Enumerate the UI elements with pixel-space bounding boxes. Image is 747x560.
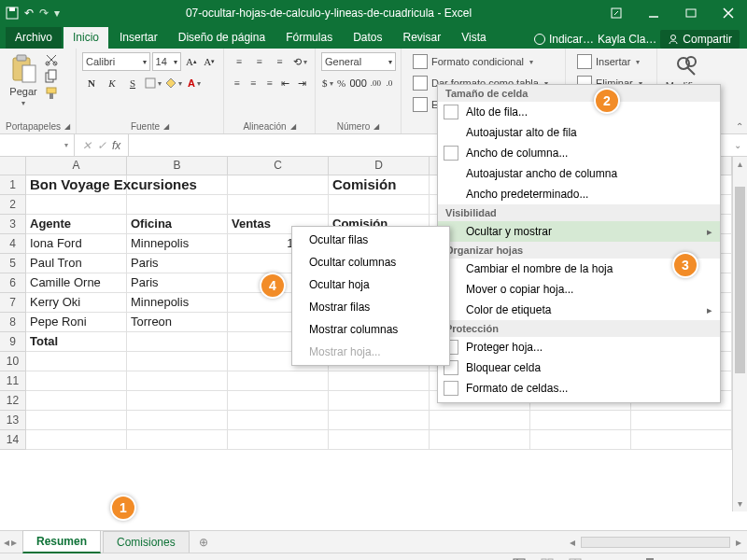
tab-scroll-first-icon[interactable]: ◂ [4,536,9,549]
row-header[interactable]: 9 [0,332,26,352]
horizontal-scrollbar[interactable] [581,537,730,548]
tab-file[interactable]: Archivo [6,27,62,49]
col-header[interactable]: A [26,157,127,175]
ribbon-options-icon[interactable] [598,0,635,26]
tab-data[interactable]: Datos [344,27,391,49]
user-name[interactable]: Kayla Cla… [598,33,656,46]
increase-font-icon[interactable]: A▴ [183,52,199,71]
tab-scroll-last-icon[interactable]: ▸ [11,536,17,549]
menu-tab-color[interactable]: Color de etiqueta [438,300,720,320]
border-button[interactable] [144,74,162,92]
indent-dec-icon[interactable]: ⇤ [278,74,292,92]
indent-inc-icon[interactable]: ⇥ [295,74,309,92]
normal-view-icon[interactable] [510,556,529,561]
tab-page-layout[interactable]: Diseño de página [169,27,275,49]
decrease-font-icon[interactable]: A▾ [202,52,218,71]
align-center-icon[interactable]: ≡ [246,74,260,92]
row-header[interactable]: 12 [0,391,26,411]
align-bottom-icon[interactable]: ≡ [271,52,289,71]
cell[interactable]: Iona Ford [26,234,127,254]
row-header[interactable]: 14 [0,430,26,450]
align-middle-icon[interactable]: ≡ [250,52,269,71]
sheet-tab-comisiones[interactable]: Comisiones [103,531,190,553]
collapse-ribbon-icon[interactable]: ⌃ [736,121,743,132]
new-sheet-button[interactable]: ⊕ [190,532,218,553]
underline-button[interactable]: S [123,74,142,92]
col-header[interactable]: D [329,157,430,175]
fx-icon[interactable]: fx [112,139,120,152]
undo-icon[interactable]: ↶ [24,7,34,20]
col-header[interactable]: C [228,157,329,175]
menu-hide-unhide[interactable]: Ocultar y mostrar [438,221,720,242]
row-header[interactable]: 7 [0,293,26,313]
number-format-combo[interactable]: General▾ [321,52,396,71]
col-header[interactable]: B [127,157,228,175]
tab-formulas[interactable]: Fórmulas [276,27,342,49]
row-header[interactable]: 1 [0,175,26,195]
italic-button[interactable]: K [103,74,121,92]
font-name-combo[interactable]: Calibri▾ [82,52,150,71]
page-layout-view-icon[interactable] [538,556,557,561]
row-header[interactable]: 13 [0,411,26,430]
submenu-hide-columns[interactable]: Ocultar columnas [292,251,449,273]
cell[interactable]: Paul Tron [26,254,127,273]
tab-view[interactable]: Vista [452,27,495,49]
close-button[interactable] [710,0,747,26]
fill-color-button[interactable] [164,74,183,92]
cell[interactable]: Torreon [127,313,228,332]
vertical-scrollbar[interactable]: ▴ ▾ [732,157,747,511]
hscroll-right-icon[interactable]: ▸ [730,536,747,549]
sheet-tab-resumen[interactable]: Resumen [22,530,101,553]
orientation-icon[interactable]: ⟲ [290,52,309,71]
page-break-view-icon[interactable] [566,556,585,561]
expand-formula-bar-icon[interactable]: ⌄ [728,140,747,150]
row-header[interactable]: 8 [0,313,26,332]
font-color-button[interactable]: A [185,74,204,92]
cell[interactable]: Pepe Roni [26,313,127,332]
cell[interactable]: Agente [26,215,127,234]
row-header[interactable]: 3 [0,215,26,234]
tell-me[interactable]: Indicar… [549,33,594,46]
tab-insert[interactable]: Insertar [110,27,167,49]
submenu-unhide-columns[interactable]: Mostrar columnas [292,318,449,341]
menu-lock-cell[interactable]: Bloquear celda [438,357,720,378]
row-header[interactable]: 6 [0,273,26,293]
font-size-combo[interactable]: 14▾ [152,52,182,71]
comma-icon[interactable]: 000 [349,74,368,92]
paste-button[interactable]: Pegar ▾ [6,52,41,109]
share-button[interactable]: Compartir [660,30,740,49]
menu-column-width[interactable]: Ancho de columna... [438,143,720,163]
cell[interactable]: Comisión [329,175,430,195]
submenu-hide-sheet[interactable]: Ocultar hoja [292,273,449,296]
cell[interactable]: Kerry Oki [26,293,127,313]
hscroll-left-icon[interactable]: ◂ [564,536,581,549]
decrease-decimal-icon[interactable]: .0 [384,74,395,92]
cell[interactable]: Bon Voyage Excursiones [26,175,127,195]
select-all-corner[interactable] [0,157,26,175]
cell[interactable]: Minnepolis [127,293,228,313]
align-left-icon[interactable]: ≡ [230,74,244,92]
tab-home[interactable]: Inicio [63,27,108,49]
row-header[interactable]: 11 [0,371,26,391]
save-icon[interactable] [6,7,19,20]
menu-autofit-column[interactable]: Autoajustar ancho de columna [438,163,720,184]
redo-icon[interactable]: ↷ [39,7,49,20]
minimize-button[interactable] [635,0,672,26]
menu-row-height[interactable]: Alto de fila... [438,102,720,122]
cell[interactable]: Oficina [127,215,228,234]
name-box[interactable]: ▾ [0,134,75,156]
tellme-icon[interactable] [534,34,545,45]
submenu-hide-rows[interactable]: Ocultar filas [292,229,449,251]
menu-format-cells[interactable]: Formato de celdas... [438,378,720,399]
cell[interactable]: Minnepolis [127,234,228,254]
maximize-button[interactable] [672,0,710,26]
row-header[interactable]: 10 [0,352,26,371]
currency-icon[interactable]: $ [321,74,334,92]
row-header[interactable]: 4 [0,234,26,254]
menu-move-copy-sheet[interactable]: Mover o copiar hoja... [438,279,720,300]
cut-icon[interactable] [44,52,59,67]
cancel-icon[interactable]: ✕ [82,139,92,152]
submenu-unhide-rows[interactable]: Mostrar filas [292,296,449,318]
row-header[interactable]: 5 [0,254,26,273]
align-top-icon[interactable]: ≡ [230,52,248,71]
